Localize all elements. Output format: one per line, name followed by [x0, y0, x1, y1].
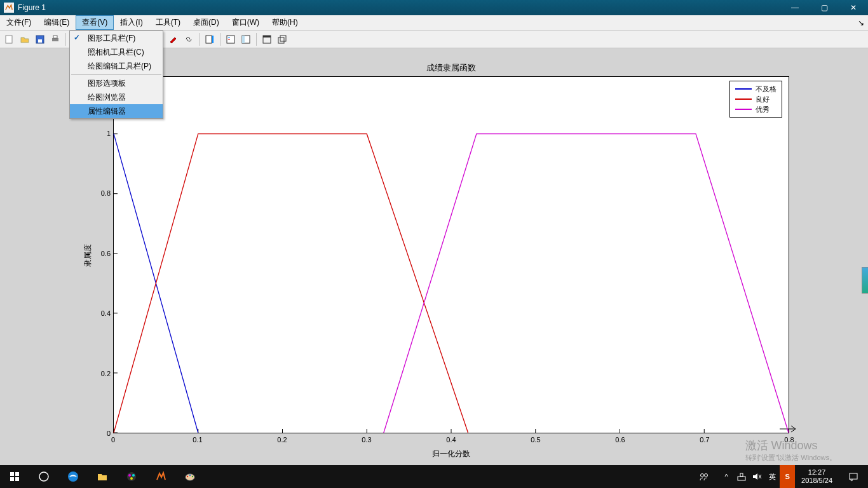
axes[interactable]: 不及格 良好 优秀 — [113, 76, 789, 433]
svg-rect-0 — [6, 36, 12, 43]
taskbar-explorer[interactable] — [88, 465, 117, 488]
x-tick-label: 0.2 — [277, 436, 287, 444]
dock-button[interactable] — [260, 32, 274, 46]
legend-entry: 良好 — [735, 94, 776, 104]
svg-rect-15 — [206, 36, 212, 43]
windows-activation-watermark: 激活 Windows 转到"设置"以激活 Windows。 — [745, 438, 837, 463]
dd-figure-palette[interactable]: 图形选项板 — [70, 76, 163, 90]
dropdown-separator — [71, 74, 161, 75]
x-tick-label: 0.5 — [531, 436, 540, 444]
print-button[interactable] — [48, 32, 62, 46]
taskbar-matlab[interactable] — [146, 465, 175, 488]
svg-rect-42 — [15, 472, 19, 476]
toolbar-separator — [199, 33, 200, 46]
taskbar-paint[interactable] — [175, 465, 205, 488]
svg-rect-2 — [38, 39, 42, 43]
tray-network-icon[interactable] — [734, 465, 749, 488]
svg-point-55 — [701, 474, 704, 477]
y-tick-label: 1 — [92, 130, 111, 137]
dd-property-editor[interactable]: 属性编辑器 — [70, 104, 163, 118]
tray-people-icon[interactable] — [689, 465, 719, 488]
menu-edit[interactable]: 编辑(E) — [37, 15, 76, 30]
x-tick-label: 0.6 — [615, 436, 625, 444]
x-tick-label: 0.3 — [362, 436, 371, 444]
svg-rect-3 — [52, 38, 58, 41]
dd-camera-toolbar[interactable]: 照相机工具栏(C) — [70, 45, 163, 59]
toolbar-separator — [220, 33, 220, 46]
toolbar-separator — [256, 33, 257, 46]
maximize-button[interactable]: ▢ — [810, 0, 839, 15]
menu-view[interactable]: 查看(V) — [76, 15, 114, 30]
legend-entry: 优秀 — [735, 104, 776, 114]
x-axis-label: 归一化分数 — [113, 449, 789, 459]
tray-chevron-up-icon[interactable]: ^ — [719, 465, 734, 488]
menu-help[interactable]: 帮助(H) — [266, 15, 304, 30]
svg-rect-17 — [227, 36, 234, 43]
legend[interactable]: 不及格 良好 优秀 — [729, 81, 782, 118]
brush-button[interactable] — [166, 32, 180, 46]
tray-notifications-icon[interactable] — [839, 465, 868, 488]
hide-plotpalette-button[interactable] — [239, 32, 253, 46]
new-figure-button[interactable] — [3, 32, 17, 46]
dd-plotedit-toolbar[interactable]: 绘图编辑工具栏(P) — [70, 59, 163, 73]
svg-point-45 — [39, 472, 48, 481]
svg-rect-43 — [10, 477, 14, 481]
svg-rect-23 — [263, 36, 271, 37]
minimize-button[interactable]: — — [780, 0, 810, 15]
side-dock-tab[interactable] — [862, 267, 868, 294]
svg-point-46 — [68, 471, 78, 482]
menubar-overflow-icon[interactable]: ↘ — [854, 15, 868, 30]
svg-rect-44 — [15, 477, 19, 481]
menu-tools[interactable]: 工具(T) — [149, 15, 187, 30]
window-titlebar: Figure 1 — ▢ ✕ — [0, 0, 868, 15]
menu-insert[interactable]: 插入(I) — [114, 15, 149, 30]
svg-rect-58 — [740, 473, 743, 477]
y-tick-label: 0.4 — [92, 309, 111, 317]
svg-point-50 — [130, 477, 133, 480]
toolbar-separator — [65, 33, 66, 46]
y-tick-label: 0.8 — [92, 189, 111, 197]
tray-sogou[interactable]: S — [780, 465, 795, 488]
menu-window[interactable]: 窗口(W) — [226, 15, 266, 30]
svg-rect-21 — [242, 36, 245, 43]
start-button[interactable] — [0, 465, 29, 488]
undock-button[interactable] — [275, 32, 289, 46]
svg-rect-25 — [280, 36, 286, 41]
taskbar-edge[interactable] — [58, 465, 88, 488]
y-tick-label: 0.2 — [92, 370, 111, 377]
series-line — [384, 134, 789, 433]
windows-taskbar: ^ 英 S 12:27 2018/5/24 — [0, 465, 868, 488]
save-button[interactable] — [33, 32, 47, 46]
check-icon: ✓ — [74, 33, 80, 42]
tray-ime[interactable]: 英 — [764, 465, 780, 488]
svg-point-49 — [132, 474, 135, 477]
open-button[interactable] — [18, 32, 32, 46]
x-tick-label: 0 — [111, 436, 115, 444]
taskbar-app-1[interactable] — [117, 465, 146, 488]
matlab-icon — [4, 3, 14, 13]
svg-point-48 — [128, 474, 131, 477]
y-tick-label: 0.6 — [92, 250, 111, 257]
legend-entry: 不及格 — [735, 84, 776, 94]
view-dropdown: ✓图形工具栏(F) 照相机工具栏(C) 绘图编辑工具栏(P) 图形选项板 绘图浏… — [69, 30, 163, 119]
legend-button[interactable] — [224, 32, 238, 46]
link-button[interactable] — [182, 32, 196, 46]
svg-point-52 — [187, 476, 188, 477]
svg-rect-41 — [10, 472, 14, 476]
menu-desktop[interactable]: 桌面(D) — [187, 15, 226, 30]
colorbar-button[interactable] — [203, 32, 217, 46]
tray-volume-icon[interactable] — [749, 465, 764, 488]
cortana-button[interactable] — [29, 465, 58, 488]
menubar: 文件(F) 编辑(E) 查看(V) 插入(I) 工具(T) 桌面(D) 窗口(W… — [0, 15, 868, 30]
window-title: Figure 1 — [18, 3, 46, 12]
close-button[interactable]: ✕ — [839, 0, 868, 15]
svg-rect-4 — [53, 36, 57, 38]
chart-title: 成绩隶属函数 — [113, 62, 789, 74]
dd-figure-toolbar[interactable]: ✓图形工具栏(F) — [70, 31, 163, 45]
x-tick-label: 0.4 — [446, 436, 456, 444]
menu-file[interactable]: 文件(F) — [0, 15, 37, 30]
svg-rect-24 — [278, 37, 284, 43]
tray-clock[interactable]: 12:27 2018/5/24 — [795, 468, 839, 485]
svg-point-56 — [705, 474, 708, 477]
dd-plot-browser[interactable]: 绘图浏览器 — [70, 90, 163, 104]
